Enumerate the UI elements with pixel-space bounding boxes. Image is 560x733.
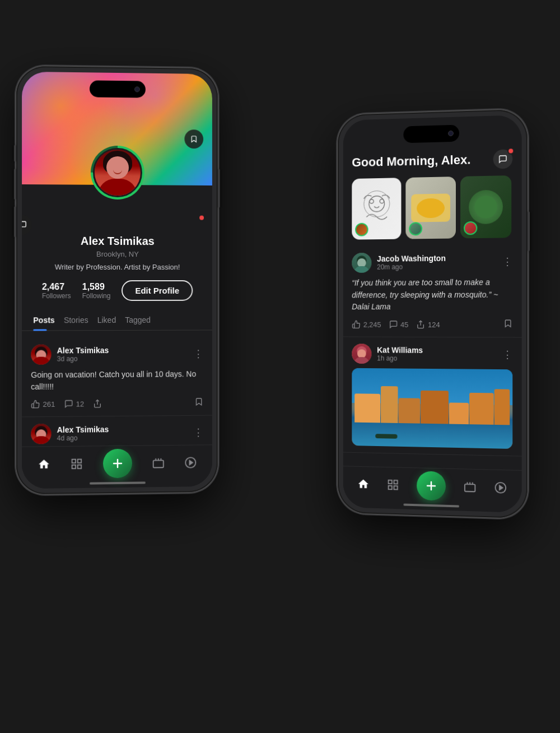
tab-liked[interactable]: Liked xyxy=(97,310,125,330)
scene: Alex Tsimikas Brooklyn, NY Writer by Pro… xyxy=(0,0,560,733)
nav-reels[interactable] xyxy=(152,457,165,469)
post-1-like[interactable]: 261 xyxy=(31,400,55,409)
tab-tagged[interactable]: Tagged xyxy=(125,310,160,330)
svg-rect-1 xyxy=(72,460,76,463)
profile-screen: Alex Tsimikas Brooklyn, NY Writer by Pro… xyxy=(22,72,212,489)
post-1-likes-count: 261 xyxy=(43,400,55,408)
volume-up-button[interactable] xyxy=(14,169,16,200)
right-nav-reels[interactable] xyxy=(464,481,476,494)
feed-post-2-options[interactable]: ⋮ xyxy=(502,349,512,361)
post-1-time: 3d ago xyxy=(57,355,109,363)
post-2-username: Alex Tsimikas xyxy=(57,425,109,434)
feed-post-1-comments: 45 xyxy=(400,321,408,329)
post-1-actions: 261 12 xyxy=(31,397,203,410)
following-label: Following xyxy=(82,292,111,300)
post-1-comments-count: 12 xyxy=(76,400,85,408)
svg-rect-4 xyxy=(78,465,81,469)
post-1-share[interactable] xyxy=(93,399,102,408)
phone-right: Good Morning, Alex. xyxy=(338,109,528,519)
svg-rect-2 xyxy=(78,459,81,463)
svg-rect-3 xyxy=(72,465,76,469)
story-1-avatar xyxy=(355,223,368,236)
nav-play[interactable] xyxy=(184,456,197,468)
feed-post-1-actions: 2,245 45 124 xyxy=(352,319,512,330)
svg-marker-10 xyxy=(190,461,193,465)
right-nav-add[interactable] xyxy=(417,471,446,500)
nav-grid[interactable] xyxy=(71,458,83,470)
feed-post-1-username: Jacob Washington xyxy=(377,254,446,263)
post-1-text: Going on vacation! Catch you all in 10 d… xyxy=(31,368,203,393)
feed-post-1-likes: 2,245 xyxy=(363,320,381,328)
feed-message-button[interactable] xyxy=(493,149,513,169)
following-count: 1,589 xyxy=(82,282,111,292)
svg-rect-16 xyxy=(389,480,392,484)
camera-dot xyxy=(134,86,140,92)
feed-message-badge xyxy=(507,147,514,154)
message-notification-badge xyxy=(198,215,205,221)
tab-stories[interactable]: Stories xyxy=(64,310,97,330)
phone-left: Alex Tsimikas Brooklyn, NY Writer by Pro… xyxy=(16,66,218,495)
mute-button[interactable] xyxy=(14,145,16,161)
followers-stat: 2,467 Followers xyxy=(42,282,71,300)
nav-home[interactable] xyxy=(38,458,50,470)
post-1-options[interactable]: ⋮ xyxy=(193,347,203,360)
right-nav-play[interactable] xyxy=(494,481,507,494)
stories-row xyxy=(343,175,522,247)
message-button[interactable] xyxy=(22,215,203,235)
feed-post-1: Jacob Washington 20m ago ⋮ “If you think… xyxy=(343,244,522,337)
following-stat: 1,589 Following xyxy=(82,282,111,300)
story-1[interactable] xyxy=(352,178,401,240)
feed-post-2-time: 1h ago xyxy=(377,354,423,363)
post-1-username: Alex Tsimikas xyxy=(57,346,109,355)
camera-dot-right xyxy=(448,131,454,136)
feed-post-1-avatar xyxy=(352,253,371,273)
dynamic-island xyxy=(90,80,146,98)
svg-point-14 xyxy=(363,191,389,217)
feed-screen: Good Morning, Alex. xyxy=(343,115,522,513)
feed-post-2-avatar xyxy=(352,344,371,364)
feed-post-1-share[interactable]: 124 xyxy=(416,320,440,329)
nav-add[interactable] xyxy=(103,449,132,479)
svg-point-13 xyxy=(380,199,384,203)
post-1-avatar xyxy=(31,344,51,364)
post-1-comment[interactable]: 12 xyxy=(64,399,84,408)
followers-label: Followers xyxy=(42,292,71,300)
feed-post-2-username: Kat Williams xyxy=(377,346,423,355)
feed-post-1-like[interactable]: 2,245 xyxy=(352,320,381,329)
svg-rect-19 xyxy=(394,486,397,490)
feed-post-1-options[interactable]: ⋮ xyxy=(502,256,512,268)
right-nav-home[interactable] xyxy=(357,478,369,490)
svg-rect-18 xyxy=(389,486,392,490)
profile-name: Alex Tsimikas xyxy=(22,235,212,248)
bookmark-button-cover[interactable] xyxy=(184,129,203,149)
venice-image xyxy=(352,368,512,449)
feed-post-1-bookmark[interactable] xyxy=(503,319,512,330)
profile-tabs: Posts Stories Liked Tagged xyxy=(22,310,212,331)
post-1-bookmark[interactable] xyxy=(194,397,203,409)
svg-rect-17 xyxy=(394,480,397,484)
volume-down-button[interactable] xyxy=(14,206,16,237)
svg-rect-20 xyxy=(465,484,475,491)
right-phone-screen: Good Morning, Alex. xyxy=(343,115,522,513)
right-nav-grid[interactable] xyxy=(387,479,399,491)
story-2[interactable] xyxy=(405,177,456,239)
dynamic-island-right xyxy=(403,125,459,143)
stats-row: 2,467 Followers 1,589 Following Edit Pro… xyxy=(22,280,212,301)
profile-bio: Writer by Profession. Artist by Passion! xyxy=(22,263,212,271)
svg-point-11 xyxy=(368,196,384,211)
profile-avatar xyxy=(91,146,144,200)
followers-count: 2,467 xyxy=(42,282,71,292)
power-button-right[interactable] xyxy=(528,211,530,251)
svg-marker-25 xyxy=(500,486,503,490)
post-2-options[interactable]: ⋮ xyxy=(193,426,203,439)
story-3[interactable] xyxy=(460,175,511,238)
post-2-time: 4d ago xyxy=(57,434,109,442)
power-button[interactable] xyxy=(218,169,220,208)
post-2-avatar xyxy=(31,424,51,444)
feed-greeting: Good Morning, Alex. xyxy=(352,152,470,170)
feed-post-1-comment[interactable]: 45 xyxy=(389,320,408,329)
edit-profile-button[interactable]: Edit Profile xyxy=(122,280,192,301)
tab-posts[interactable]: Posts xyxy=(33,310,64,330)
post-card-1: Alex Tsimikas 3d ago ⋮ Going on vacation… xyxy=(22,337,212,417)
feed-post-1-shares: 124 xyxy=(428,321,440,329)
